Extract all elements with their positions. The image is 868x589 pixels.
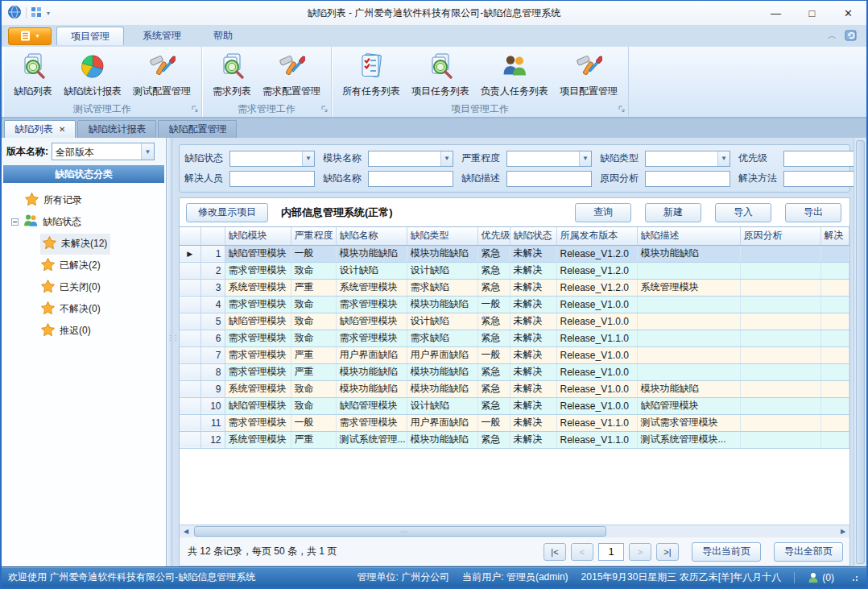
row-selector-cell[interactable]: ▶ <box>180 245 200 262</box>
scrollbar-thumb[interactable] <box>856 140 865 564</box>
table-cell-type[interactable]: 需求缺陷 <box>407 279 477 296</box>
table-cell-desc[interactable]: 模块功能缺陷 <box>637 245 740 262</box>
tree-item[interactable]: 推迟(0) <box>40 320 166 342</box>
table-cell-release[interactable]: Release_V1.0.0 <box>556 363 637 380</box>
table-cell-resolve[interactable] <box>820 431 849 448</box>
row-number-cell[interactable]: 9 <box>200 380 225 397</box>
filter-combo[interactable]: ▼ <box>645 151 730 167</box>
table-cell-name[interactable]: 测试系统管理... <box>336 431 407 448</box>
splitter-handle[interactable] <box>167 138 172 566</box>
ribbon-button[interactable]: 需求列表 <box>207 49 257 103</box>
table-cell-resolve[interactable] <box>820 296 849 313</box>
online-users-indicator[interactable]: (0) <box>808 572 834 583</box>
table-cell-release[interactable]: Release_V1.0.0 <box>556 346 637 363</box>
table-cell-name[interactable]: 模块功能缺陷 <box>336 380 407 397</box>
table-cell-cause[interactable] <box>740 313 820 330</box>
table-cell-type[interactable]: 设计缺陷 <box>407 313 477 330</box>
ribbon-button[interactable]: 测试配置管理 <box>127 49 196 103</box>
table-cell-severity[interactable]: 严重 <box>291 363 336 380</box>
table-cell-priority[interactable]: 一般 <box>477 414 510 431</box>
table-row[interactable]: 10缺陷管理模块致命缺陷管理模块设计缺陷紧急未解决Release_V1.0.0缺… <box>180 397 849 414</box>
column-header[interactable]: 缺陷描述 <box>637 227 740 245</box>
filter-combo[interactable]: ▼ <box>229 151 315 167</box>
row-number-cell[interactable]: 11 <box>200 414 225 431</box>
table-cell-severity[interactable]: 严重 <box>291 431 336 448</box>
table-cell-cause[interactable] <box>740 363 820 380</box>
table-cell-type[interactable]: 模块功能缺陷 <box>407 245 477 262</box>
table-cell-status[interactable]: 未解决 <box>510 397 556 414</box>
filter-combo[interactable]: ▼ <box>783 151 854 167</box>
filter-combo[interactable]: ▼ <box>506 151 592 167</box>
scroll-left-icon[interactable]: ◀ <box>180 525 192 537</box>
table-cell-desc[interactable] <box>637 262 740 279</box>
table-cell-resolve[interactable] <box>820 397 849 414</box>
table-cell-resolve[interactable] <box>820 363 849 380</box>
table-cell-priority[interactable]: 紧急 <box>477 279 510 296</box>
tree-item-defect-status[interactable]: 缺陷状态 <box>11 211 166 233</box>
table-cell-module[interactable]: 缺陷管理模块 <box>225 245 291 262</box>
table-cell-module[interactable]: 需求管理模块 <box>225 262 291 279</box>
ribbon-button[interactable]: 所有任务列表 <box>337 49 406 103</box>
dialog-launcher-icon[interactable] <box>618 104 626 115</box>
prev-page-button[interactable]: < <box>571 543 593 561</box>
table-cell-cause[interactable] <box>740 431 820 448</box>
doc-tab[interactable]: 缺陷统计报表 <box>77 120 156 138</box>
table-cell-priority[interactable]: 一般 <box>477 346 510 363</box>
row-number-cell[interactable]: 10 <box>200 397 225 414</box>
table-row[interactable]: 6需求管理模块致命需求管理模块需求缺陷紧急未解决Release_V1.1.0 <box>180 330 849 346</box>
table-cell-severity[interactable]: 一般 <box>291 414 336 431</box>
chevron-down-icon[interactable]: ▼ <box>579 151 591 166</box>
first-page-button[interactable]: |< <box>544 543 566 561</box>
table-cell-release[interactable]: Release_V1.1.0 <box>556 431 637 448</box>
doc-tab[interactable]: 缺陷列表✕ <box>4 120 76 138</box>
row-selector-cell[interactable] <box>180 330 200 346</box>
tree-item[interactable]: 已关闭(0) <box>40 276 166 298</box>
column-header[interactable]: 所属发布版本 <box>556 227 637 245</box>
table-cell-name[interactable]: 系统管理模块 <box>336 279 407 296</box>
table-cell-type[interactable]: 用户界面缺陷 <box>407 346 477 363</box>
table-cell-status[interactable]: 未解决 <box>510 262 556 279</box>
grid-menu-icon[interactable] <box>31 6 42 20</box>
ribbon-button[interactable]: 缺陷统计报表 <box>58 49 127 103</box>
table-cell-severity[interactable]: 一般 <box>291 245 336 262</box>
row-selector-cell[interactable] <box>180 346 200 363</box>
table-cell-severity[interactable]: 致命 <box>291 380 336 397</box>
export-all-pages-button[interactable]: 导出全部页 <box>774 542 843 562</box>
table-cell-cause[interactable] <box>740 414 820 431</box>
filter-combo[interactable]: ▼ <box>368 151 453 167</box>
resize-grip[interactable] <box>852 574 860 582</box>
query-button[interactable]: 查询 <box>575 203 631 222</box>
table-cell-name[interactable]: 需求管理模块 <box>336 414 407 431</box>
column-header[interactable]: 优先级 <box>477 227 510 245</box>
tree-item[interactable]: 不解决(0) <box>40 298 166 320</box>
chevron-down-icon[interactable]: ▼ <box>302 151 314 166</box>
table-cell-severity[interactable]: 致命 <box>291 313 336 330</box>
filter-input[interactable] <box>645 171 730 187</box>
row-number-cell[interactable]: 8 <box>200 363 225 380</box>
table-cell-release[interactable]: Release_V1.2.0 <box>556 245 637 262</box>
tree-item[interactable]: 未解决(12) <box>40 233 166 255</box>
table-cell-desc[interactable]: 缺陷管理模块 <box>637 397 740 414</box>
ribbon-tab[interactable]: 帮助 <box>200 27 246 45</box>
table-cell-type[interactable]: 用户界面缺陷 <box>407 414 477 431</box>
row-number-cell[interactable]: 12 <box>200 431 225 448</box>
table-row[interactable]: ▶1缺陷管理模块一般模块功能缺陷模块功能缺陷紧急未解决Release_V1.2.… <box>180 245 849 262</box>
table-cell-status[interactable]: 未解决 <box>510 414 556 431</box>
table-cell-module[interactable]: 需求管理模块 <box>225 363 291 380</box>
table-cell-type[interactable]: 设计缺陷 <box>407 262 477 279</box>
dialog-launcher-icon[interactable] <box>191 104 199 115</box>
maximize-button[interactable]: □ <box>794 2 830 24</box>
table-cell-status[interactable]: 未解决 <box>510 245 556 262</box>
chevron-down-icon[interactable]: ▼ <box>440 151 453 166</box>
table-cell-cause[interactable] <box>740 279 820 296</box>
table-cell-severity[interactable]: 致命 <box>291 262 336 279</box>
table-cell-release[interactable]: Release_V1.0.0 <box>556 380 637 397</box>
column-header[interactable]: 解决 <box>820 227 849 245</box>
table-cell-module[interactable]: 缺陷管理模块 <box>225 313 291 330</box>
table-cell-resolve[interactable] <box>820 313 849 330</box>
row-selector-cell[interactable] <box>180 397 200 414</box>
table-cell-severity[interactable]: 严重 <box>291 346 336 363</box>
table-cell-type[interactable]: 模块功能缺陷 <box>407 380 477 397</box>
row-number-cell[interactable]: 7 <box>200 346 225 363</box>
chevron-down-icon[interactable]: ▼ <box>717 151 730 166</box>
